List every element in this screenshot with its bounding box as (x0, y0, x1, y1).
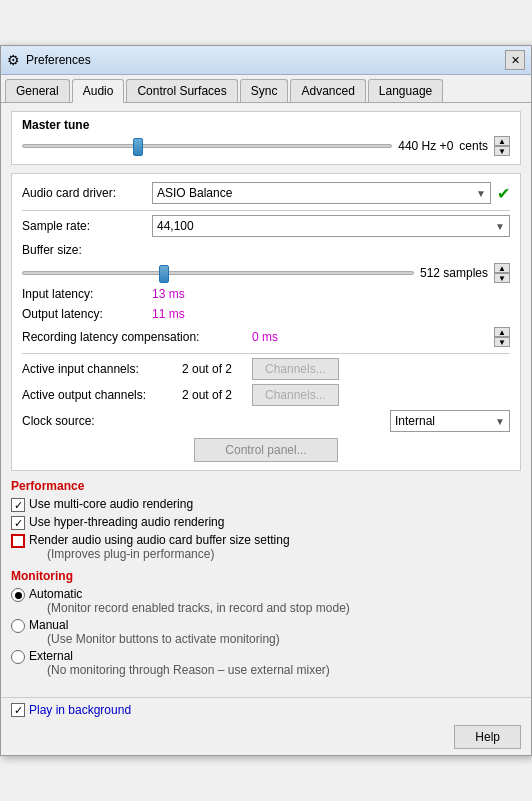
buffer-size-row: Buffer size: (22, 243, 510, 257)
buffer-spin-up[interactable]: ▲ (494, 263, 510, 273)
master-tune-label: Master tune (22, 118, 510, 132)
buffer-size-label: Buffer size: (22, 243, 152, 257)
clock-row: Clock source: Internal ▼ (22, 410, 510, 432)
monitor-group-2: External (No monitoring through Reason –… (29, 649, 330, 677)
driver-arrow: ▼ (476, 188, 486, 199)
tune-unit: cents (459, 139, 488, 153)
input-latency-label: Input latency: (22, 287, 152, 301)
tab-advanced[interactable]: Advanced (290, 79, 365, 102)
driver-select[interactable]: ASIO Balance ▼ (152, 182, 491, 204)
perf-label-group-2: Render audio using audio card buffer siz… (29, 533, 290, 561)
recording-latency-value: 0 ms (252, 330, 278, 344)
perf-label-1: Use hyper-threading audio rendering (29, 515, 224, 529)
perf-item-0: Use multi-core audio rendering (11, 497, 521, 512)
output-channels-label: Active output channels: (22, 388, 182, 402)
input-channels-button[interactable]: Channels... (252, 358, 339, 380)
buffer-spin: ▲ ▼ (494, 263, 510, 283)
monitor-sublabel-2: (No monitoring through Reason – use exte… (47, 663, 330, 677)
sample-rate-row: Sample rate: 44,100 ▼ (22, 215, 510, 237)
perf-label-2: Render audio using audio card buffer siz… (29, 533, 290, 547)
master-tune-section: Master tune 440 Hz +0 cents ▲ ▼ (11, 111, 521, 165)
master-tune-row: 440 Hz +0 cents ▲ ▼ (22, 136, 510, 156)
tab-bar: General Audio Control Surfaces Sync Adva… (1, 75, 531, 103)
monitor-radio-0[interactable] (11, 588, 25, 602)
rec-latency-spin-down[interactable]: ▼ (494, 337, 510, 347)
close-button[interactable]: ✕ (505, 50, 525, 70)
monitor-item-0: Automatic (Monitor record enabled tracks… (11, 587, 521, 615)
tune-spin-up[interactable]: ▲ (494, 136, 510, 146)
driver-label: Audio card driver: (22, 186, 152, 200)
buffer-slider-row: 512 samples ▲ ▼ (22, 263, 510, 283)
recording-latency-row: Recording latency compensation: 0 ms ▲ ▼ (22, 327, 510, 347)
monitor-item-2: External (No monitoring through Reason –… (11, 649, 521, 677)
clock-label: Clock source: (22, 414, 152, 428)
monitor-group-1: Manual (Use Monitor buttons to activate … (29, 618, 280, 646)
tune-spin: ▲ ▼ (494, 136, 510, 156)
output-latency-label: Output latency: (22, 307, 152, 321)
tab-audio[interactable]: Audio (72, 79, 125, 103)
monitor-label-1: Manual (29, 618, 68, 632)
sample-rate-arrow: ▼ (495, 221, 505, 232)
clock-select[interactable]: Internal ▼ (390, 410, 510, 432)
output-channels-button[interactable]: Channels... (252, 384, 339, 406)
perf-label-0: Use multi-core audio rendering (29, 497, 193, 511)
bottom-section: Play in background (1, 697, 531, 721)
buffer-slider[interactable] (22, 271, 414, 275)
input-latency-row: Input latency: 13 ms (22, 287, 510, 301)
app-icon: ⚙ (7, 52, 20, 68)
title-bar-left: ⚙ Preferences (7, 52, 91, 68)
perf-checkbox-1[interactable] (11, 516, 25, 530)
driver-row: Audio card driver: ASIO Balance ▼ ✔ (22, 182, 510, 204)
input-channels-row: Active input channels: 2 out of 2 Channe… (22, 358, 510, 380)
monitor-label-2: External (29, 649, 73, 663)
control-panel-row: Control panel... (22, 438, 510, 462)
monitor-sublabel-0: (Monitor record enabled tracks, in recor… (47, 601, 350, 615)
tab-sync[interactable]: Sync (240, 79, 289, 102)
tune-spin-down[interactable]: ▼ (494, 146, 510, 156)
monitor-radio-2[interactable] (11, 650, 25, 664)
monitor-item-1: Manual (Use Monitor buttons to activate … (11, 618, 521, 646)
output-channels-row: Active output channels: 2 out of 2 Chann… (22, 384, 510, 406)
tab-general[interactable]: General (5, 79, 70, 102)
driver-value: ASIO Balance (157, 186, 232, 200)
master-tune-thumb[interactable] (133, 138, 143, 156)
sample-rate-label: Sample rate: (22, 219, 152, 233)
tab-control-surfaces[interactable]: Control Surfaces (126, 79, 237, 102)
tune-value: 440 Hz +0 (398, 139, 453, 153)
output-latency-value: 11 ms (152, 307, 185, 321)
clock-arrow: ▼ (495, 416, 505, 427)
title-bar: ⚙ Preferences ✕ (1, 46, 531, 75)
input-latency-value: 13 ms (152, 287, 185, 301)
monitor-group-0: Automatic (Monitor record enabled tracks… (29, 587, 350, 615)
buffer-spin-down[interactable]: ▼ (494, 273, 510, 283)
play-bg-row: Play in background (11, 702, 131, 717)
buffer-size-value: 512 samples (420, 266, 488, 280)
audio-card-section: Audio card driver: ASIO Balance ▼ ✔ Samp… (11, 173, 521, 471)
play-bg-checkbox[interactable] (11, 703, 25, 717)
performance-section: Performance Use multi-core audio renderi… (11, 479, 521, 561)
control-panel-button[interactable]: Control panel... (194, 438, 337, 462)
sample-rate-select[interactable]: 44,100 ▼ (152, 215, 510, 237)
perf-checkbox-0[interactable] (11, 498, 25, 512)
tab-language[interactable]: Language (368, 79, 443, 102)
monitoring-section: Monitoring Automatic (Monitor record ena… (11, 569, 521, 677)
perf-item-1: Use hyper-threading audio rendering (11, 515, 521, 530)
monitor-sublabel-1: (Use Monitor buttons to activate monitor… (47, 632, 280, 646)
output-latency-row: Output latency: 11 ms (22, 307, 510, 321)
buffer-thumb[interactable] (159, 265, 169, 283)
perf-sublabel-2: (Improves plug-in performance) (47, 547, 290, 561)
monitoring-title: Monitoring (11, 569, 521, 583)
input-channels-label: Active input channels: (22, 362, 182, 376)
main-content: Master tune 440 Hz +0 cents ▲ ▼ Audio ca… (1, 103, 531, 693)
perf-checkbox-2[interactable] (11, 534, 25, 548)
rec-latency-spin-up[interactable]: ▲ (494, 327, 510, 337)
driver-check-icon: ✔ (497, 184, 510, 203)
rec-latency-spin: ▲ ▼ (494, 327, 510, 347)
monitor-label-0: Automatic (29, 587, 82, 601)
help-button[interactable]: Help (454, 725, 521, 749)
performance-title: Performance (11, 479, 521, 493)
monitor-radio-1[interactable] (11, 619, 25, 633)
master-tune-slider[interactable] (22, 144, 392, 148)
output-channels-value: 2 out of 2 (182, 388, 252, 402)
help-row: Help (1, 721, 531, 755)
